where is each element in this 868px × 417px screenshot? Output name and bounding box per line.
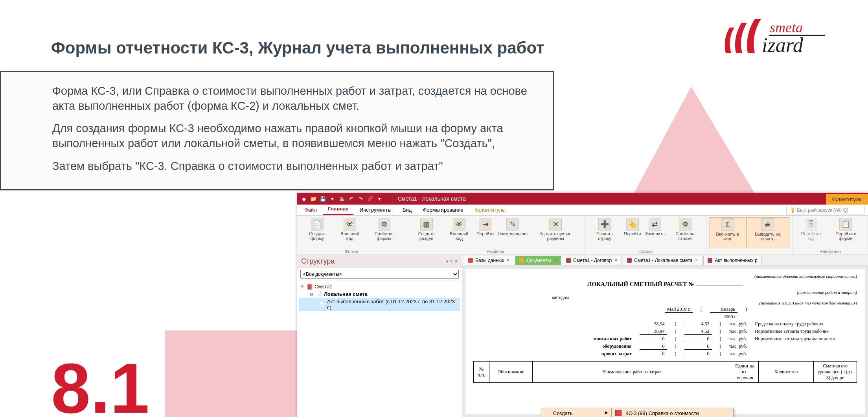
close-icon[interactable]: ✕	[553, 258, 557, 263]
create-form-button[interactable]: 📄Создать форму	[300, 217, 334, 248]
unit-label: тыс. руб.	[729, 336, 747, 342]
create-section-button[interactable]: ▦Создать раздел	[409, 217, 443, 248]
amount-value: 0	[640, 351, 667, 357]
amount-value: 4,52	[684, 328, 712, 335]
doc-tab-db[interactable]: Базы данных✕	[464, 256, 514, 265]
main-area: Структура ▾ ⇱ ✕ <Все документы> ⊟ 📕 Смет…	[297, 255, 868, 417]
structure-title: Структура	[301, 257, 335, 266]
row-label: прочих затрат	[569, 351, 632, 357]
qat-dropdown-icon[interactable]: ▾	[376, 195, 383, 202]
tab-format[interactable]: Форматирование	[418, 205, 468, 215]
doc-tab-contract[interactable]: Смета1 - Договор✕	[562, 256, 622, 265]
row-label: оборудования	[569, 343, 632, 349]
tab-main[interactable]: Главная	[323, 203, 353, 215]
quick-access-toolbar: ◆ 📁 💾 ▾ 🖶 ↶ ↷ 📌 ▾	[297, 195, 386, 202]
window-title: Смета1 - Локальная смета	[386, 196, 826, 202]
ribbon-group-output: ΣВключать в итог 🖶Выводить на печать	[706, 216, 793, 255]
tree-node-local[interactable]: ⊟ 📄 Локальная смета	[299, 290, 460, 298]
ribbon-group-form: 📄Создать форму 👁Внешний вид ⚙Свойства фо…	[297, 216, 406, 255]
amount-value: 0	[640, 343, 667, 350]
redo-icon[interactable]: ↷	[357, 195, 364, 202]
form-view-button[interactable]: 👁Внешний вид	[335, 217, 365, 248]
tab-tools[interactable]: Инструменты	[355, 205, 396, 215]
svg-text:smeta: smeta	[770, 20, 803, 35]
document-page: (наименование объекта капитального строи…	[465, 269, 865, 414]
estimate-icon: 📕	[307, 284, 313, 290]
doc-tab-act[interactable]: Акт выполненных р	[703, 256, 761, 265]
info-paragraph: Для создания формы КС-3 необходимо нажат…	[52, 121, 537, 151]
document-area: Базы данных✕ Документы✕ Смета1 - Договор…	[462, 255, 868, 417]
doc-tab-local[interactable]: Смета1 - Локальная смета✕	[623, 256, 702, 265]
unit-label: тыс. руб.	[729, 328, 747, 334]
include-total-button[interactable]: ΣВключать в итог	[710, 217, 745, 248]
svg-text:izard: izard	[762, 34, 804, 56]
save-icon[interactable]: 💾	[319, 195, 326, 202]
ribbon-group-label: Строка	[588, 248, 703, 254]
doc-tab-documents[interactable]: Документы✕	[515, 256, 561, 265]
documents-filter-select[interactable]: <Все документы>	[300, 270, 459, 279]
year-value: 2000 г.	[712, 314, 739, 320]
amount-value: 38,94	[640, 328, 667, 335]
ribbon-group-row: ➕Создать строку 👆Перейти ⇄Заменить ⚙Свой…	[585, 216, 707, 255]
tab-colontitles[interactable]: Колонтитулы	[470, 205, 510, 215]
ribbon: 📄Создать форму 👁Внешний вид ⚙Свойства фо…	[297, 216, 868, 255]
unit-label: тыс. руб.	[729, 321, 747, 327]
delete-empty-sections-button[interactable]: ✕Удалить пустые разделы	[530, 217, 581, 248]
pin-icon[interactable]: 📌	[366, 195, 373, 202]
replace-row-button[interactable]: ⇄Заменить	[644, 217, 666, 248]
form-icon	[627, 258, 632, 263]
tab-view[interactable]: Вид	[398, 205, 417, 215]
cost-desc: Нормативные затраты труда машинисто	[755, 336, 857, 342]
goto-form-button[interactable]: 📋Перейти к форме	[827, 217, 864, 248]
panel-tools[interactable]: ▾ ⇱ ✕	[446, 259, 458, 264]
create-row-button[interactable]: ➕Создать строку	[588, 217, 622, 248]
row-props-button[interactable]: ⚙Свойства строки	[667, 217, 703, 248]
form-icon	[615, 410, 622, 416]
doc-title: ЛОКАЛЬНЫЙ СМЕТНЫЙ РАСЧЕТ №	[473, 281, 857, 288]
section-view-button[interactable]: 👁Внешний вид	[444, 217, 474, 248]
docs-icon	[519, 258, 524, 263]
goto-db-button[interactable]: 🗄Перейти к БД	[796, 217, 826, 248]
structure-filter: <Все документы>	[297, 268, 462, 280]
tree-node-act[interactable]: 📄 Акт выполненных работ (с 01.12.2023 г.…	[299, 298, 460, 311]
undo-icon[interactable]: ↶	[348, 195, 355, 202]
slide-title: Формы отчетности КС-3, Журнал учета выпо…	[51, 39, 544, 57]
close-icon[interactable]: ✕	[506, 258, 510, 263]
quick-search-input[interactable]: Быстрый запуск (Alt+Q)	[786, 206, 865, 214]
app-icon[interactable]: ◆	[300, 195, 307, 202]
form-props-button[interactable]: ⚙Свойства формы	[366, 217, 403, 248]
col-header: № п.п.	[474, 362, 489, 383]
info-paragraph: Форма КС-3, или Справка о стоимости выпо…	[52, 84, 537, 113]
amount-value: 0	[684, 336, 712, 342]
structure-tree: ⊟ 📕 Смета1 ⊟ 📄 Локальная смета 📄 Акт вып…	[297, 280, 462, 314]
goto-row-button[interactable]: 👆Перейти	[622, 217, 643, 248]
save-dropdown-icon[interactable]: ▾	[329, 195, 336, 202]
col-header: Наименование работ и затрат	[533, 362, 731, 383]
ribbon-tabs: Файл Главная Инструменты Вид Форматирова…	[297, 205, 868, 216]
amount-value: 0	[684, 343, 712, 350]
row-label: монтажных работ	[569, 336, 632, 342]
col-header: Обоснование	[489, 362, 533, 383]
print-icon[interactable]: 🖶	[338, 195, 345, 202]
tab-file[interactable]: Файл	[300, 205, 322, 215]
close-icon[interactable]: ✕	[695, 258, 698, 263]
structure-panel: Структура ▾ ⇱ ✕ <Все документы> ⊟ 📕 Смет…	[297, 255, 462, 417]
structure-header: Структура ▾ ⇱ ✕	[297, 255, 462, 268]
close-icon[interactable]: ✕	[614, 258, 618, 263]
rename-section-button[interactable]: ✎Наименование	[496, 217, 529, 248]
submenu-ks3[interactable]: КС-3 (99) Справка о стоимости выполненны…	[612, 408, 733, 417]
ribbon-group-label: Навигация	[796, 248, 864, 254]
goto-section-button[interactable]: ⇥Перейти	[475, 217, 496, 248]
form-icon: 📄	[316, 292, 322, 297]
print-output-button[interactable]: 🖶Выводить на печать	[746, 217, 789, 248]
col-header: Количество	[759, 362, 814, 383]
collapse-icon[interactable]: ⊟	[300, 284, 305, 289]
collapse-icon[interactable]: ⊟	[310, 292, 314, 296]
info-paragraph: Затем выбрать "КС-3. Справка о стоимости…	[52, 159, 537, 174]
submenu-arrow-icon: ▶	[605, 410, 608, 415]
doc-note: (наименование объекта капитального строи…	[473, 274, 857, 279]
open-icon[interactable]: 📁	[310, 195, 317, 202]
menu-create[interactable]: Создать▶	[541, 408, 611, 417]
date-value: Май 2019 г.	[665, 306, 693, 313]
tree-node-smeta[interactable]: ⊟ 📕 Смета1	[299, 283, 460, 290]
